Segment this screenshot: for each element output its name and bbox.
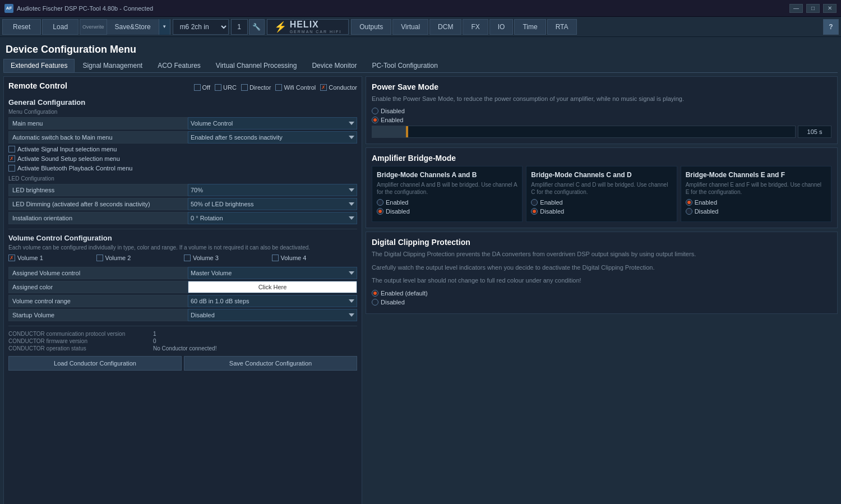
time-button[interactable]: Time [514,19,546,35]
led-brightness-select[interactable]: 70% [188,184,357,196]
power-slider[interactable] [372,126,796,138]
cb-vol1[interactable] [8,255,15,261]
bridge-mode-title: Amplifier Bridge-Mode [372,154,831,163]
rta-button[interactable]: RTA [547,19,577,35]
cb-vol3[interactable] [184,255,191,261]
cb-director[interactable] [241,84,248,91]
dcp-disabled-radio[interactable] [372,299,378,306]
fx-button[interactable]: FX [463,19,488,35]
bridge-mode-card: Amplifier Bridge-Mode Bridge-Mode Channe… [366,147,838,228]
io-button[interactable]: IO [489,19,514,35]
power-disabled-row[interactable]: Disabled [372,108,831,114]
power-disabled-radio[interactable] [372,108,378,114]
save-conductor-button[interactable]: Save Conductor Configuration [184,356,357,371]
load-conductor-button[interactable]: Load Conductor Configuration [8,356,182,371]
minimize-button[interactable]: — [789,4,803,13]
vol2-row[interactable]: Volume 2 [96,254,182,262]
cb-bluetooth[interactable] [8,165,15,172]
bridge-ab-enabled-row[interactable]: Enabled [377,199,517,206]
reset-button[interactable]: Reset [2,19,41,35]
led-dimming-row: LED Dimming (activated after 8 seconds i… [8,198,357,210]
power-enabled-radio[interactable] [372,117,378,123]
titlebar-title: Audiotec Fischer DSP PC-Tool 4.80b - Con… [17,5,153,12]
tab-pc-tool-config[interactable]: PC-Tool Configuration [364,59,445,72]
load-button[interactable]: Load [42,19,78,35]
titlebar-left: AF Audiotec Fischer DSP PC-Tool 4.80b - … [4,4,153,13]
titlebar: AF Audiotec Fischer DSP PC-Tool 4.80b - … [0,0,841,17]
bridge-ef-card: Bridge-Mode Channels E and F Amplifier c… [681,166,831,222]
preset-icon-button[interactable]: 🔧 [249,19,265,35]
bridge-cd-title: Bridge-Mode Channels C and D [531,171,672,179]
led-dimming-select[interactable]: 50% of LED brightness [188,198,357,210]
bridge-cd-enabled-radio[interactable] [531,199,538,206]
signal-input-cb-row[interactable]: Activate Signal Input selection menu [8,145,357,153]
dcm-button[interactable]: DCM [429,19,461,35]
power-enabled-row[interactable]: Enabled [372,117,831,123]
volume-config-title: Volume Control Configuration [8,234,357,242]
bridge-cd-disabled-radio[interactable] [531,208,538,215]
vol3-row[interactable]: Volume 3 [184,254,270,262]
bridge-ef-disabled-radio[interactable] [686,208,692,215]
preset-number[interactable] [231,19,248,35]
bridge-ef-enabled-row[interactable]: Enabled [686,199,826,206]
firmware-row: CONDUCTOR firmware version 0 [8,338,357,344]
auto-switch-select[interactable]: Enabled after 5 seconds inactivity [188,131,357,144]
dcp-disabled-row[interactable]: Disabled [372,299,831,306]
tab-signal-management[interactable]: Signal Management [75,59,150,72]
cb-off-item[interactable]: Off [194,84,210,91]
volume-range-select[interactable]: 60 dB in 1.0 dB steps [188,295,357,307]
cb-conductor[interactable] [320,84,327,91]
bridge-cd-disabled-row[interactable]: Disabled [531,208,672,215]
main-menu-select[interactable]: Volume Control [188,117,357,130]
cb-signal-input[interactable] [8,146,15,152]
bluetooth-cb-row[interactable]: Activate Bluetooth Playback Control menu [8,164,357,172]
cb-vol4[interactable] [272,255,279,261]
help-button[interactable]: ? [823,19,839,35]
bridge-ab-disabled-radio[interactable] [377,208,383,215]
startup-volume-select[interactable]: Disabled [188,309,357,321]
bridge-ab-enabled-radio[interactable] [377,199,383,206]
helix-logo: ⚡ HELIX GERMAN CAR HIFI [267,19,349,35]
bridge-ef-disabled-row[interactable]: Disabled [686,208,826,215]
tab-aco-features[interactable]: ACO Features [150,59,208,72]
assigned-volume-select[interactable]: Master Volume [188,267,357,279]
outputs-button[interactable]: Outputs [351,19,391,35]
bridge-ab-disabled-row[interactable]: Disabled [377,208,517,215]
cb-off[interactable] [194,84,201,91]
preset-select[interactable]: m6 2ch in [173,19,229,35]
dcp-enabled-row[interactable]: Enabled (default) [372,290,831,297]
main-menu-label: Main menu [8,117,188,130]
slider-value: 105 s [798,126,831,138]
cb-urc[interactable] [215,84,221,91]
installation-select[interactable]: 0 ° Rotation [188,212,357,224]
slider-thumb [406,126,408,137]
cb-conductor-item[interactable]: Conductor [320,84,357,91]
color-picker-button[interactable]: Click Here [188,281,357,293]
maximize-button[interactable]: □ [806,4,820,13]
vol4-row[interactable]: Volume 4 [272,254,358,262]
virtual-button[interactable]: Virtual [392,19,428,35]
cb-wifi[interactable] [275,84,282,91]
cb-sound-setup[interactable] [8,155,15,162]
toolbar: Reset Load Overwrite Save&Store ▼ m6 2ch… [0,17,841,37]
slider-fill [372,126,406,137]
save-store-arrow[interactable]: ▼ [159,19,170,35]
protocol-row: CONDUCTOR communication protocol version… [8,331,357,337]
tab-device-monitor[interactable]: Device Monitor [304,59,364,72]
dcp-enabled-radio[interactable] [372,290,378,297]
bridge-ef-enabled-radio[interactable] [686,199,692,206]
tab-extended-features[interactable]: Extended Features [3,59,75,72]
bridge-cd-enabled-row[interactable]: Enabled [531,199,672,206]
titlebar-controls[interactable]: — □ ✕ [789,4,837,13]
tab-virtual-channel[interactable]: Virtual Channel Processing [209,59,304,72]
led-config-label: LED Configuration [8,175,357,182]
cb-director-item[interactable]: Director [241,84,271,91]
sound-setup-label: Activate Sound Setup selection menu [17,155,120,162]
sound-setup-cb-row[interactable]: Activate Sound Setup selection menu [8,155,357,163]
cb-vol2[interactable] [96,255,103,261]
cb-wifi-item[interactable]: Wifi Control [275,84,316,91]
cb-urc-item[interactable]: URC [215,84,237,91]
close-button[interactable]: ✕ [823,4,837,13]
save-store-button[interactable]: Save&Store [107,19,159,35]
vol1-row[interactable]: Volume 1 [8,254,94,262]
